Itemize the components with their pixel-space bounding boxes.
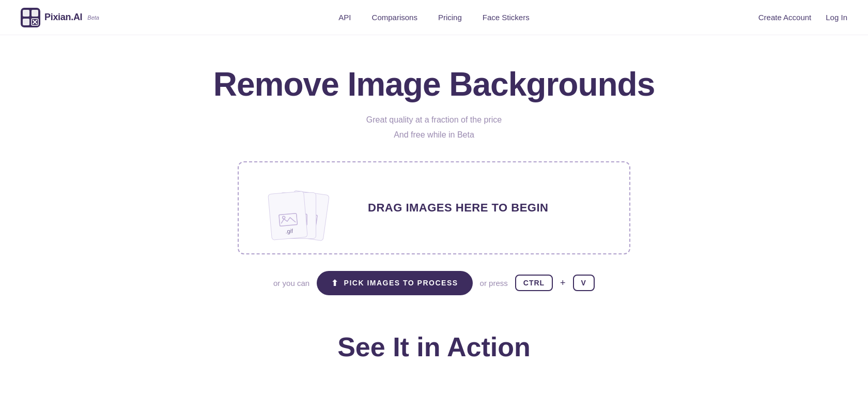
section-title: See It in Action — [337, 331, 531, 362]
plus-sign: + — [560, 278, 566, 289]
navbar: Pixian.AIBeta API Comparisons Pricing Fa… — [0, 0, 868, 35]
upload-icon: ⬆ — [331, 278, 339, 288]
pick-images-button[interactable]: ⬆ PICK IMAGES TO PROCESS — [317, 271, 473, 295]
nav-link-api[interactable]: API — [338, 13, 351, 22]
svg-rect-3 — [23, 19, 29, 25]
image-icon-gif — [278, 213, 298, 229]
hero-section: Remove Image Backgrounds Great quality a… — [0, 35, 868, 378]
file-card-gif: .gif — [268, 191, 308, 240]
dropzone[interactable]: .jpg .png .gif DRAG IMAG — [238, 161, 630, 254]
hero-title: Remove Image Backgrounds — [213, 66, 655, 102]
svg-point-12 — [283, 216, 285, 219]
hero-subtitle: Great quality at a fraction of the price… — [366, 113, 502, 143]
v-key-badge: V — [573, 275, 595, 291]
hero-subtitle-line1: Great quality at a fraction of the price — [366, 113, 502, 128]
nav-right: Create Account Log In — [758, 13, 847, 22]
logo-link[interactable]: Pixian.AIBeta — [21, 8, 99, 27]
dropzone-file-icons: .jpg .png .gif — [265, 177, 347, 239]
svg-rect-1 — [23, 10, 29, 17]
logo-icon — [21, 8, 40, 27]
svg-rect-2 — [32, 10, 38, 17]
drag-text: DRAG IMAGES HERE TO BEGIN — [368, 201, 548, 215]
hero-subtitle-line2: And free while in Beta — [366, 128, 502, 143]
ctrl-key-badge: CTRL — [515, 275, 553, 291]
create-account-link[interactable]: Create Account — [758, 13, 812, 22]
nav-link-comparisons[interactable]: Comparisons — [372, 13, 417, 22]
login-link[interactable]: Log In — [826, 13, 847, 22]
logo-beta: Beta — [87, 14, 99, 21]
nav-center-links: API Comparisons Pricing Face Stickers — [338, 13, 529, 22]
pick-row: or you can ⬆ PICK IMAGES TO PROCESS or p… — [273, 271, 595, 295]
pick-middle-text: or press — [480, 279, 508, 287]
pick-prefix: or you can — [273, 279, 309, 287]
file-ext-gif: .gif — [285, 228, 293, 234]
logo-text: Pixian.AI — [44, 12, 82, 23]
nav-link-face-stickers[interactable]: Face Stickers — [483, 13, 530, 22]
nav-link-pricing[interactable]: Pricing — [438, 13, 462, 22]
pick-button-label: PICK IMAGES TO PROCESS — [344, 279, 458, 287]
